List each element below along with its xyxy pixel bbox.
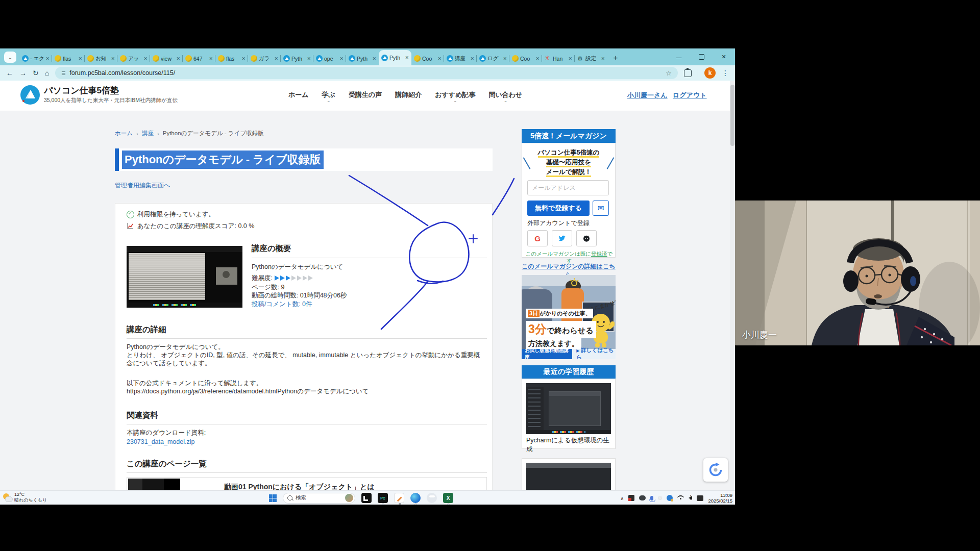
tab-close-icon[interactable] bbox=[143, 56, 148, 61]
tab-close-icon[interactable] bbox=[372, 56, 376, 61]
taskbar-clock[interactable]: 13:09 2025/02/15 bbox=[708, 492, 732, 504]
microphone-icon[interactable] bbox=[650, 496, 653, 500]
tab-close-icon[interactable] bbox=[209, 56, 213, 61]
tray-dark-icon[interactable] bbox=[639, 495, 646, 500]
comments-link[interactable]: 投稿/コメント数: 0件 bbox=[252, 300, 312, 308]
history-item[interactable]: Pycharmによる仮想環境の生成 bbox=[522, 379, 616, 449]
email-input[interactable] bbox=[527, 180, 609, 195]
profile-avatar[interactable]: k bbox=[704, 67, 716, 79]
nav-articles[interactable]: おすすめ記事 bbox=[435, 90, 475, 99]
maximize-button[interactable] bbox=[690, 48, 713, 65]
subscribe-button[interactable]: 無料で登録する bbox=[527, 201, 590, 216]
nav-home[interactable]: ホーム bbox=[288, 90, 309, 99]
browser-tab[interactable]: ope bbox=[313, 52, 346, 65]
tab-close-icon[interactable] bbox=[339, 56, 344, 61]
user-account-link[interactable]: 小川慶一さん bbox=[627, 91, 668, 100]
tab-close-icon[interactable] bbox=[274, 56, 278, 61]
tab-close-icon[interactable] bbox=[601, 56, 605, 61]
ad-banner[interactable]: ボクにまかせて 3日がかりのその仕事、 3分で終わらせる 方法教えます。 お試し bbox=[522, 275, 616, 359]
nav-instructors[interactable]: 講師紹介 bbox=[395, 90, 422, 99]
taskbar-app-l[interactable] bbox=[361, 493, 372, 503]
browser-tab[interactable]: Pyth bbox=[346, 52, 379, 65]
twitter-signup-button[interactable] bbox=[552, 230, 572, 246]
volume-icon[interactable] bbox=[689, 496, 692, 500]
tray-chevron-icon[interactable] bbox=[620, 495, 624, 501]
browser-tab[interactable]: ガラ bbox=[248, 52, 281, 65]
nav-learn[interactable]: 学ぶ bbox=[322, 90, 335, 99]
logout-link[interactable]: ログアウト bbox=[673, 91, 707, 100]
admin-edit-link[interactable]: 管理者用編集画面へ bbox=[115, 181, 170, 190]
tray-blue-app-icon[interactable] bbox=[667, 495, 673, 501]
google-signup-button[interactable]: G bbox=[527, 230, 548, 246]
minimize-button[interactable]: — bbox=[668, 48, 690, 65]
wifi-icon[interactable] bbox=[677, 495, 684, 500]
browser-tab[interactable]: Han bbox=[542, 52, 575, 65]
tab-close-icon[interactable] bbox=[405, 55, 409, 60]
browser-tab[interactable]: flas bbox=[52, 52, 85, 65]
browser-tab[interactable]: Coo bbox=[411, 52, 444, 65]
recaptcha-badge[interactable] bbox=[703, 458, 728, 482]
tab-close-icon[interactable] bbox=[307, 56, 311, 61]
home-button[interactable]: ⌂ bbox=[45, 69, 49, 77]
close-button[interactable]: ✕ bbox=[713, 48, 735, 65]
taskbar-search-box[interactable]: 検索 bbox=[283, 493, 355, 504]
tab-close-icon[interactable] bbox=[503, 56, 507, 61]
webcam-video-tile[interactable]: 小川慶一 bbox=[735, 201, 980, 345]
tray-app-badge-icon[interactable] bbox=[628, 495, 634, 501]
history-caption[interactable]: Pycharmによる仮想環境の生成 bbox=[526, 436, 615, 454]
browser-tab[interactable]: flas bbox=[215, 52, 248, 65]
browser-tab[interactable]: 講座 bbox=[444, 52, 477, 65]
taskbar-app-pycharm[interactable]: PC bbox=[378, 493, 388, 503]
browser-tab[interactable]: 647 bbox=[183, 52, 215, 65]
back-button[interactable]: ← bbox=[6, 69, 13, 77]
lesson-title[interactable]: 動画01 Pythonにおける「オブジェクト」とは bbox=[224, 483, 375, 490]
taskbar-app-chrome[interactable] bbox=[427, 493, 437, 503]
browser-tab[interactable]: view bbox=[150, 52, 183, 65]
ad-footer-link[interactable]: 詳しくはこちら bbox=[576, 347, 616, 359]
registered-link[interactable]: 登録済 bbox=[591, 251, 607, 257]
site-logo[interactable] bbox=[20, 85, 40, 105]
breadcrumb-home[interactable]: ホーム bbox=[115, 130, 133, 137]
extensions-icon[interactable] bbox=[684, 69, 692, 77]
taskbar-app-edge[interactable] bbox=[410, 493, 421, 503]
new-tab-button[interactable]: + bbox=[609, 51, 622, 63]
download-zip-link[interactable]: 230731_data_model.zip bbox=[127, 438, 194, 446]
url-text[interactable]: forum.pc5bai.com/lesson/course/115/ bbox=[69, 69, 175, 77]
tab-close-icon[interactable] bbox=[111, 56, 115, 61]
browser-menu-icon[interactable] bbox=[722, 68, 729, 78]
taskbar-weather-widget[interactable]: 12°C 晴れのちくもり bbox=[3, 492, 47, 503]
tab-close-icon[interactable] bbox=[568, 56, 572, 61]
tab-close-icon[interactable] bbox=[45, 56, 50, 61]
taskbar-app-excel[interactable]: X bbox=[443, 493, 453, 503]
envelope-icon[interactable] bbox=[593, 201, 609, 216]
browser-tab[interactable]: ログ bbox=[477, 52, 509, 65]
browser-tab-active[interactable]: Pyth bbox=[379, 50, 411, 65]
ime-keyboard-icon[interactable] bbox=[697, 495, 703, 501]
start-button[interactable] bbox=[269, 494, 277, 502]
browser-tab-settings[interactable]: 設定 bbox=[575, 52, 607, 65]
tab-close-icon[interactable] bbox=[535, 56, 540, 61]
scrollbar-thumb[interactable] bbox=[730, 85, 734, 146]
nav-contact[interactable]: 問い合わせ bbox=[488, 90, 522, 99]
site-brand[interactable]: パソコン仕事5倍塾 bbox=[44, 85, 119, 96]
browser-tab[interactable]: Coo bbox=[509, 52, 542, 65]
course-video-thumbnail[interactable] bbox=[127, 246, 242, 308]
breadcrumb-section[interactable]: 講座 bbox=[142, 130, 154, 137]
history-item-partial[interactable] bbox=[522, 458, 616, 490]
taskbar-app-notes[interactable] bbox=[394, 493, 404, 503]
browser-tab[interactable]: - エク bbox=[19, 52, 52, 65]
tab-close-icon[interactable] bbox=[176, 56, 180, 61]
tray-x-icon[interactable]: ✕ bbox=[658, 495, 662, 501]
reload-button[interactable]: ↻ bbox=[33, 69, 39, 77]
address-bar[interactable]: forum.pc5bai.com/lesson/course/115/ bbox=[55, 67, 678, 79]
tab-close-icon[interactable] bbox=[470, 56, 474, 61]
browser-tab[interactable]: お知 bbox=[85, 52, 117, 65]
github-signup-button[interactable] bbox=[576, 230, 597, 246]
browser-tab[interactable]: アッ bbox=[117, 52, 150, 65]
tab-close-icon[interactable] bbox=[437, 56, 442, 61]
browser-tab[interactable]: Pyth bbox=[281, 52, 313, 65]
site-info-icon[interactable] bbox=[61, 69, 65, 77]
tab-search-button[interactable]: ⌄ bbox=[4, 52, 16, 63]
bookmark-star-icon[interactable] bbox=[666, 69, 672, 77]
nav-voices[interactable]: 受講生の声 bbox=[349, 90, 382, 99]
